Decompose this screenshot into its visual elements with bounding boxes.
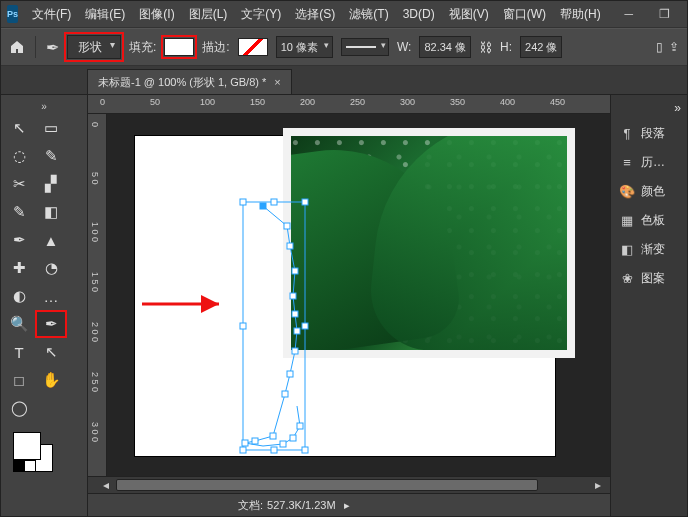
panel-item-4[interactable]: ◧渐变 [611,235,687,264]
panel-collapse-icon[interactable]: » [611,101,687,119]
height-label: H: [500,40,512,54]
tool-9-1[interactable]: ✋ [37,368,65,392]
tool-9-0[interactable]: □ [5,368,33,392]
menu-file[interactable]: 文件(F) [32,6,71,23]
menu-image[interactable]: 图像(I) [139,6,174,23]
panel-icon: 🎨 [619,184,635,200]
tool-3-0[interactable]: ✎ [5,200,33,224]
align-icon[interactable]: ▯ [656,40,663,54]
placed-image [283,128,575,358]
ruler-h-mark: 100 [200,97,215,107]
home-icon[interactable] [9,39,25,55]
fill-swatch[interactable] [164,38,194,56]
color-swatches[interactable] [13,432,53,472]
ruler-vertical[interactable]: 05 01 0 01 5 02 0 02 5 03 0 0 [88,114,107,476]
stroke-swatch[interactable] [238,38,268,56]
menu-layer[interactable]: 图层(L) [189,6,228,23]
svg-rect-24 [297,423,303,429]
scrollbar-thumb[interactable] [116,479,538,491]
menu-edit[interactable]: 编辑(E) [85,6,125,23]
app-logo: Ps [7,5,18,23]
default-colors-icon[interactable] [13,460,36,472]
tool-6-0[interactable]: ◐ [5,284,33,308]
panel-item-0[interactable]: ¶段落 [611,119,687,148]
status-value: 527.3K/1.23M [267,499,336,511]
height-input[interactable]: 242 像 [520,36,562,58]
width-label: W: [397,40,411,54]
tool-3-1[interactable]: ◧ [37,200,65,224]
menu-view[interactable]: 视图(V) [449,6,489,23]
document-tab-title: 未标题-1 @ 100% (形状 1, GB/8) * [98,75,266,90]
menu-3d[interactable]: 3D(D) [403,7,435,21]
options-bar: ✒ 形状 填充: 描边: 10 像素 W: 82.34 像 ⛓ H: 242 像… [1,28,687,66]
tool-0-0[interactable]: ↖ [5,116,33,140]
svg-rect-2 [271,199,277,205]
horizontal-scrollbar[interactable]: ◂ ▸ [88,476,610,493]
menu-select[interactable]: 选择(S) [295,6,335,23]
panel-icon: ▦ [619,213,635,229]
stroke-width-input[interactable]: 10 像素 [276,36,333,58]
stroke-style-dropdown[interactable] [341,38,389,56]
panel-icon: ¶ [619,126,635,142]
svg-rect-17 [287,371,293,377]
ruler-h-mark: 400 [500,97,515,107]
window-restore[interactable]: ❐ [651,5,679,23]
panel-icon: ≡ [619,155,635,171]
tool-7-0[interactable]: 🔍 [5,312,33,336]
status-menu-icon[interactable]: ▸ [344,499,350,512]
menu-help[interactable]: 帮助(H) [560,6,601,23]
panel-label: 图案 [641,270,665,287]
tool-5-1[interactable]: ◔ [37,256,65,280]
tool-0-1[interactable]: ▭ [37,116,65,140]
tool-2-0[interactable]: ✂ [5,172,33,196]
menu-bar: Ps 文件(F) 编辑(E) 图像(I) 图层(L) 文字(Y) 选择(S) 滤… [1,1,687,28]
ruler-horizontal[interactable]: 050100150200250300350400450 [88,95,610,114]
window-minimize[interactable]: ─ [615,5,643,23]
link-wh-icon[interactable]: ⛓ [479,40,492,55]
ruler-v-mark: 2 5 0 [90,372,100,392]
tool-1-1[interactable]: ✎ [37,144,65,168]
tool-1-0[interactable]: ◌ [5,144,33,168]
tool-mode-label: 形状 [78,39,102,56]
tool-6-1[interactable]: … [37,284,65,308]
menu-window[interactable]: 窗口(W) [503,6,546,23]
ruler-h-mark: 350 [450,97,465,107]
share-icon[interactable]: ⇪ [669,40,679,54]
tool-8-0[interactable]: T [5,340,33,364]
tool-10-1[interactable] [37,396,65,420]
panel-label: 渐变 [641,241,665,258]
tool-2-1[interactable]: ▞ [37,172,65,196]
svg-rect-21 [242,440,248,446]
panel-item-1[interactable]: ≡历… [611,148,687,177]
ruler-h-mark: 200 [300,97,315,107]
tool-4-0[interactable]: ✒ [5,228,33,252]
tool-10-0[interactable]: ◯ [5,396,33,420]
menu-type[interactable]: 文字(Y) [241,6,281,23]
panel-item-2[interactable]: 🎨颜色 [611,177,687,206]
canvas-area: 050100150200250300350400450 05 01 0 01 5… [88,95,610,516]
panel-item-3[interactable]: ▦色板 [611,206,687,235]
panel-item-5[interactable]: ❀图案 [611,264,687,293]
tool-8-1[interactable]: ↖ [37,340,65,364]
svg-rect-6 [240,447,246,453]
width-input[interactable]: 82.34 像 [419,36,471,58]
tool-7-1[interactable]: ✒ [37,312,65,336]
tool-5-0[interactable]: ✚ [5,256,33,280]
close-tab-icon[interactable]: × [274,76,280,88]
panel-icon: ❀ [619,271,635,287]
ruler-h-mark: 250 [350,97,365,107]
ruler-v-mark: 5 0 [90,172,100,185]
tool-4-1[interactable]: ▲ [37,228,65,252]
scroll-left-icon[interactable]: ◂ [98,477,114,493]
scroll-right-icon[interactable]: ▸ [590,477,606,493]
document-tab[interactable]: 未标题-1 @ 100% (形状 1, GB/8) * × [87,69,292,94]
canvas-stage[interactable] [107,114,610,476]
annotation-arrow-optbar [255,114,295,119]
ruler-h-mark: 300 [400,97,415,107]
foreground-color[interactable] [13,432,41,460]
toolbox-collapse-icon[interactable]: » [35,101,53,112]
tool-mode-dropdown[interactable]: 形状 [67,35,121,59]
menu-filter[interactable]: 滤镜(T) [349,6,388,23]
fill-label: 填充: [129,39,156,56]
status-label: 文档: [238,498,263,513]
